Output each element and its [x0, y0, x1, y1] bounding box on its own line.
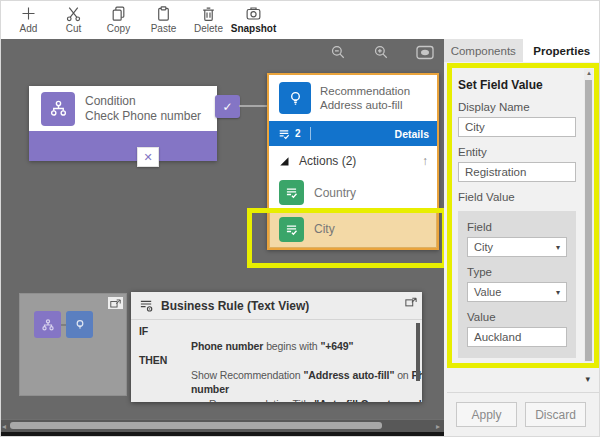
check-icon: ✓: [222, 100, 232, 114]
panel-tabs: Components Properties: [444, 39, 600, 62]
field-value-group: Field City ▾ Type Value ▾ Value Auckland: [458, 211, 576, 358]
snapshot-button[interactable]: Snapshot: [232, 4, 275, 39]
scroll-right-icon[interactable]: ▸: [436, 422, 440, 431]
value-label: Value: [467, 311, 567, 323]
recommendation-title: Address auto-fill: [320, 98, 410, 112]
condition-type-label: Condition: [85, 94, 201, 109]
camera-icon: [245, 5, 262, 22]
tab-components[interactable]: Components: [444, 39, 523, 62]
scrollbar-thumb[interactable]: [10, 422, 382, 429]
annotation-highlight-properties: Set Field Value Display Name City Entity…: [447, 63, 599, 368]
recommendation-node-header: Recommendation Address auto-fill: [269, 75, 437, 121]
textview-line: THEN: [131, 353, 422, 368]
business-rule-text-view: Business Rule (Text View) IFPhone number…: [131, 292, 422, 402]
type-select-value: Value: [474, 286, 501, 298]
entity-field[interactable]: Registration: [458, 162, 576, 182]
condition-true-connector[interactable]: ✓: [215, 95, 240, 118]
value-field[interactable]: Auckland: [467, 327, 567, 347]
panel-scrollbar-thumb[interactable]: [585, 80, 592, 361]
actions-section-header[interactable]: Actions (2) ↑: [269, 146, 437, 175]
type-select[interactable]: Value ▾: [467, 282, 567, 302]
cut-button[interactable]: Cut: [52, 4, 95, 39]
recommendation-node[interactable]: Recommendation Address auto-fill 2 Detai…: [267, 73, 439, 250]
field-select-value: City: [474, 241, 493, 253]
collapse-up-arrow-icon[interactable]: ↑: [422, 155, 428, 167]
copy-label: Copy: [107, 23, 130, 34]
actions-header-label: Actions (2): [299, 154, 356, 168]
condition-node-header: Condition Check Phone number: [29, 86, 217, 131]
caret-down-icon: ▾: [585, 374, 590, 384]
action-row-city[interactable]: City: [269, 210, 437, 248]
apply-button[interactable]: Apply: [456, 402, 517, 427]
designer-canvas[interactable]: Condition Check Phone number ✓ ✕ R: [1, 39, 444, 437]
tab-properties[interactable]: Properties: [523, 39, 600, 62]
minimap-recommendation-node: [66, 311, 93, 338]
action-label: Country: [314, 186, 356, 200]
trash-icon: [200, 5, 217, 22]
textview-body: IFPhone number begins with "+649"THENSho…: [131, 320, 422, 402]
recommendation-type-label: Recommendation: [320, 84, 410, 98]
panel-footer: Apply Discard: [447, 392, 599, 427]
cut-label: Cut: [66, 23, 82, 34]
scroll-left-icon[interactable]: ◂: [2, 422, 6, 431]
scissors-icon: [65, 5, 82, 22]
textview-line: IF: [131, 324, 422, 339]
minimap-toggle-icon[interactable]: [416, 45, 434, 60]
minimap[interactable]: [19, 293, 127, 396]
close-icon: ✕: [143, 151, 152, 164]
list-check-icon: [277, 127, 291, 141]
canvas-bottom-edge: [1, 432, 444, 437]
add-button[interactable]: Add: [7, 4, 50, 39]
action-label: City: [314, 222, 335, 236]
condition-node-text: Condition Check Phone number: [85, 94, 201, 124]
recommendation-summary-bar[interactable]: 2 Details: [269, 121, 437, 146]
text-view-scrollbar[interactable]: [416, 323, 420, 381]
delete-button[interactable]: Delete: [187, 4, 230, 39]
details-link[interactable]: Details: [395, 128, 429, 140]
collapsed-section-row[interactable]: ▾: [444, 368, 600, 390]
add-label: Add: [20, 23, 38, 34]
copy-button[interactable]: Copy: [97, 4, 140, 39]
set-field-value-icon: [279, 180, 304, 205]
business-rule-designer-window: Add Cut Copy Paste Delete: [0, 0, 600, 437]
minimap-expand-icon[interactable]: [108, 297, 123, 309]
type-label: Type: [467, 266, 567, 278]
textview-line: number: [131, 382, 422, 397]
zoom-in-icon[interactable]: [373, 44, 389, 60]
panel-scrollbar[interactable]: ▲: [584, 69, 593, 362]
lightbulb-icon: [279, 82, 311, 114]
recommendation-node-text: Recommendation Address auto-fill: [320, 84, 410, 112]
connector-line: [239, 105, 267, 107]
condition-title: Check Phone number: [85, 109, 201, 124]
minimap-condition-node: [34, 311, 61, 338]
canvas-horizontal-scrollbar[interactable]: ◂ ▸: [1, 419, 444, 432]
snapshot-label: Snapshot: [231, 23, 277, 34]
paste-label: Paste: [151, 23, 177, 34]
text-view-title: Business Rule (Text View): [161, 299, 309, 313]
textview-line: Show Recommendation "Address auto-fill" …: [131, 368, 422, 383]
zoom-out-icon[interactable]: [330, 44, 346, 60]
plus-icon: [20, 5, 37, 22]
caret-down-icon: ▾: [556, 288, 560, 297]
canvas-zoom-controls: [330, 44, 434, 60]
delete-label: Delete: [194, 23, 223, 34]
condition-flowchart-icon: [41, 92, 75, 126]
display-name-field[interactable]: City: [458, 117, 576, 137]
field-select[interactable]: City ▾: [467, 237, 567, 257]
paste-button[interactable]: Paste: [142, 4, 185, 39]
display-name-label: Display Name: [458, 101, 576, 113]
clipboard-icon: [155, 5, 172, 22]
condition-node[interactable]: Condition Check Phone number: [29, 86, 217, 161]
caret-down-icon: ▾: [556, 243, 560, 252]
condition-false-connector[interactable]: ✕: [137, 147, 159, 167]
text-view-expand-icon[interactable]: [405, 297, 417, 307]
collapse-triangle-icon: [278, 155, 290, 167]
action-row-country[interactable]: Country: [269, 175, 437, 210]
toolbar: Add Cut Copy Paste Delete: [1, 1, 600, 39]
copy-icon: [110, 5, 127, 22]
rule-list-gear-icon: [139, 298, 154, 313]
section-title: Set Field Value: [458, 78, 576, 92]
set-field-value-icon: [279, 217, 304, 242]
textview-line: Recommendation Title "Auto-fill Country …: [131, 397, 422, 403]
discard-button[interactable]: Discard: [525, 402, 586, 427]
